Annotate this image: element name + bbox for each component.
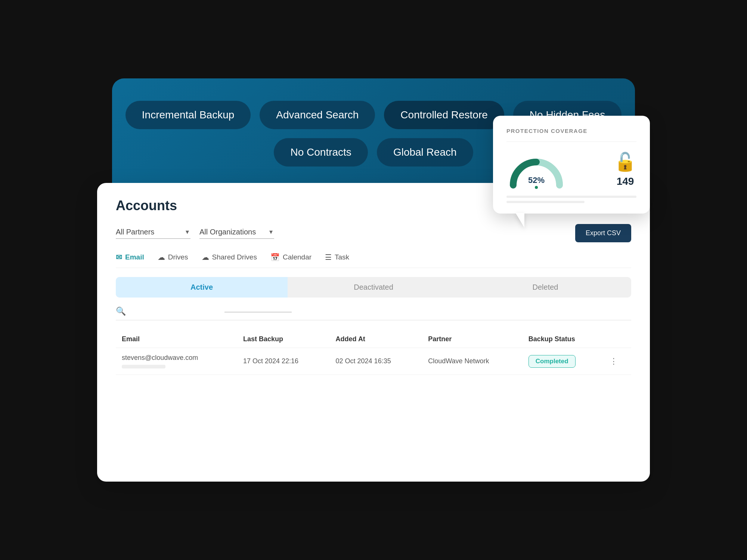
search-icon: 🔍 [116,307,126,316]
table-header: Email Last Backup Added At Partner Backu… [116,331,631,348]
tab-drives[interactable]: ☁ Drives [158,253,188,262]
col-added-at: Added At [330,331,422,348]
gauge-chart: 52% [506,151,566,188]
filter-row: All Partners ▾ All Organizations ▾ Expor… [116,224,631,242]
org-select[interactable]: All Organizations [199,228,267,236]
lock-count: 149 [617,175,634,187]
task-icon: ☰ [325,253,332,262]
coverage-card-title: PROTECTION COVERAGE [506,128,636,134]
pill-no-contracts[interactable]: No Contracts [274,138,368,167]
cell-last-backup: 17 Oct 2024 22:16 [237,348,330,375]
tab-email[interactable]: ✉ Email [116,253,144,262]
pill-controlled-restore[interactable]: Controlled Restore [384,101,504,129]
table-body: stevens@cloudwave.com 17 Oct 2024 22:16 … [116,348,631,375]
col-email: Email [116,331,237,348]
export-csv-button[interactable]: Export CSV [575,224,631,242]
search-underline [224,312,292,312]
tab-calendar[interactable]: 📅 Calendar [270,253,311,262]
gauge-label: 52% [528,175,545,185]
outer-wrapper: Incremental Backup Advanced Search Contr… [75,56,672,504]
status-tab-active[interactable]: Active [116,277,288,298]
cell-added-at: 02 Oct 2024 16:35 [330,348,422,375]
tab-shared-drives[interactable]: ☁ Shared Drives [202,253,257,262]
tab-task[interactable]: ☰ Task [325,253,349,262]
pill-global-reach[interactable]: Global Reach [377,138,473,167]
col-last-backup: Last Backup [237,331,330,348]
partner-select-wrapper[interactable]: All Partners ▾ [116,228,190,239]
coverage-footer-lines [506,196,636,203]
col-actions [604,331,631,348]
table-row: stevens@cloudwave.com 17 Oct 2024 22:16 … [116,348,631,375]
status-tab-deleted[interactable]: Deleted [459,277,631,298]
footer-line-1 [506,196,636,198]
main-panel: Accounts All Partners ▾ All Organization… [97,183,650,482]
gauge-dot [535,186,538,189]
col-partner: Partner [422,331,523,348]
col-backup-status: Backup Status [523,331,604,348]
pill-incremental-backup[interactable]: Incremental Backup [125,101,251,129]
search-input[interactable] [130,308,220,315]
org-select-wrapper[interactable]: All Organizations ▾ [199,228,274,239]
pill-advanced-search[interactable]: Advanced Search [260,101,375,129]
lock-section: 🔓 149 [614,152,636,187]
status-tabs: Active Deactivated Deleted [116,277,631,298]
partner-select[interactable]: All Partners [116,228,165,236]
footer-line-2 [506,201,585,203]
cell-actions: ⋮ [604,348,631,375]
search-bar: 🔍 [116,307,631,320]
tab-email-label: Email [125,253,144,261]
tab-task-label: Task [335,253,349,261]
drives-icon: ☁ [158,253,165,262]
coverage-card: PROTECTION COVERAGE 52% 🔓 149 [493,116,650,214]
coverage-content: 52% 🔓 149 [506,151,636,188]
shared-drives-icon: ☁ [202,253,209,262]
partner-select-arrow: ▾ [186,228,189,236]
tab-shared-drives-label: Shared Drives [212,253,257,261]
cell-partner: CloudWave Network [422,348,523,375]
cell-email: stevens@cloudwave.com [116,348,237,375]
accounts-table: Email Last Backup Added At Partner Backu… [116,331,631,375]
status-tab-deactivated[interactable]: Deactivated [288,277,459,298]
more-actions-button[interactable]: ⋮ [610,357,618,366]
status-badge: Completed [529,355,576,368]
icon-tabs-row: ✉ Email ☁ Drives ☁ Shared Drives 📅 Calen… [116,253,631,268]
calendar-icon: 📅 [270,253,280,262]
org-select-arrow: ▾ [269,228,273,236]
cell-status: Completed [523,348,604,375]
email-icon: ✉ [116,253,122,262]
lock-icon: 🔓 [614,152,636,172]
coverage-divider [506,141,636,142]
tab-calendar-label: Calendar [283,253,311,261]
tab-drives-label: Drives [168,253,188,261]
email-placeholder-line [122,365,165,368]
